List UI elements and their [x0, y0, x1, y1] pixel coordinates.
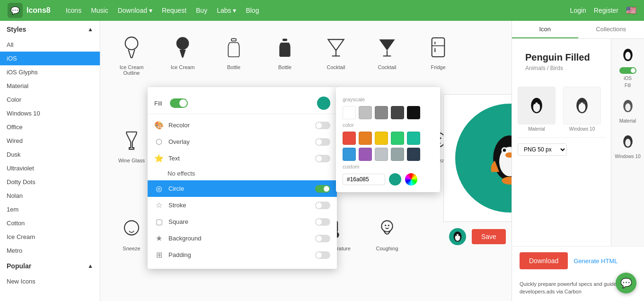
- icon-wine-glass-glyph: [117, 126, 146, 155]
- effect-recolor[interactable]: 🎨 Recolor: [148, 117, 337, 133]
- square-toggle[interactable]: [315, 218, 330, 226]
- sidebar-item-ice-cream[interactable]: Ice Cream: [0, 230, 100, 244]
- style-preview-windows10[interactable]: Windows 10: [563, 87, 601, 132]
- swatch-purple[interactable]: [359, 148, 372, 161]
- nav-blog[interactable]: Blog: [246, 7, 259, 14]
- nav-labs[interactable]: Labs ▾: [217, 7, 236, 14]
- nav-download[interactable]: Download ▾: [118, 7, 152, 14]
- logo[interactable]: 💬 Icons8: [8, 3, 51, 18]
- icon-cell-coughing[interactable]: Coughing: [363, 210, 411, 293]
- effect-text[interactable]: ⭐ Text: [148, 150, 337, 167]
- no-effects-item[interactable]: No effects: [148, 167, 337, 180]
- sidebar-item-ultraviolet[interactable]: Ultraviolet: [0, 161, 100, 175]
- svg-point-59: [533, 102, 535, 104]
- current-color-dot[interactable]: [389, 173, 401, 186]
- ios-style-preview: [618, 44, 638, 65]
- circle-toggle[interactable]: [315, 185, 330, 193]
- icon-preview-area: [443, 94, 512, 222]
- recolor-toggle[interactable]: [315, 122, 330, 129]
- fill-color-circle[interactable]: [317, 97, 330, 110]
- chat-bubble[interactable]: 💬: [616, 273, 636, 293]
- style-material[interactable]: Material: [616, 94, 640, 125]
- fill-label: Fill: [154, 100, 162, 107]
- effect-circle[interactable]: ◎ Circle: [148, 180, 337, 197]
- icon-label-cocktail2: Cocktail: [378, 64, 396, 70]
- header: 💬 Icons8 Icons Music Download ▾ Request …: [0, 0, 644, 21]
- hex-input[interactable]: [343, 174, 385, 185]
- icon-title: Penguin Filled: [525, 52, 598, 63]
- sidebar-item-metro[interactable]: Metro: [0, 244, 100, 257]
- effect-overlay[interactable]: ⬡ Overlay: [148, 133, 337, 150]
- nav-buy[interactable]: Buy: [196, 7, 207, 14]
- sidebar-item-ios[interactable]: iOS: [0, 52, 100, 65]
- background-toggle[interactable]: [315, 235, 330, 242]
- sidebar-item-cotton[interactable]: Cotton: [0, 216, 100, 230]
- tab-icon[interactable]: Icon: [512, 21, 578, 38]
- stroke-toggle[interactable]: [315, 202, 330, 209]
- style-windows10[interactable]: Windows 10: [613, 129, 642, 161]
- generate-html-button[interactable]: Generate HTML: [573, 257, 618, 265]
- effect-background[interactable]: ★ Background: [148, 230, 337, 247]
- material-preview-box: [518, 87, 556, 124]
- swatch-navy[interactable]: [407, 148, 420, 161]
- swatch-black[interactable]: [407, 106, 420, 119]
- sidebar-item-nolan[interactable]: Nolan: [0, 189, 100, 203]
- swatch-green[interactable]: [391, 132, 404, 145]
- color-picker-icon[interactable]: [405, 173, 417, 186]
- preview-penguin-svg: [484, 127, 512, 189]
- swatch-teal[interactable]: [407, 132, 420, 145]
- nav-request[interactable]: Request: [162, 7, 186, 14]
- style-ios[interactable]: iOS Fill: [616, 43, 640, 90]
- effect-stroke[interactable]: ☆ Stroke: [148, 197, 337, 213]
- material-style-label: Material: [619, 118, 636, 124]
- ios-fill-toggle[interactable]: [619, 67, 636, 74]
- sidebar-item-windows10[interactable]: Windows 10: [0, 106, 100, 120]
- overlay-toggle[interactable]: [315, 138, 330, 146]
- sidebar-item-ios-glyphs[interactable]: iOS Glyphs: [0, 65, 100, 79]
- icon-cocktail1-glyph: [322, 33, 350, 62]
- tab-collections[interactable]: Collections: [578, 21, 644, 38]
- nav-icons[interactable]: Icons: [66, 7, 81, 14]
- sidebar-item-color[interactable]: Color: [0, 93, 100, 106]
- no-effects-label: No effects: [168, 170, 195, 177]
- sidebar-item-office[interactable]: Office: [0, 120, 100, 134]
- svg-point-68: [625, 103, 630, 111]
- swatch-silver[interactable]: [375, 148, 388, 161]
- format-select[interactable]: PNG 50 px SVG PNG 100 px: [518, 143, 567, 156]
- download-button[interactable]: Download: [520, 252, 568, 269]
- text-toggle[interactable]: [315, 155, 330, 162]
- sidebar-item-new-icons[interactable]: New Icons: [0, 274, 100, 288]
- svg-rect-10: [432, 38, 445, 57]
- nav-music[interactable]: Music: [91, 7, 108, 14]
- swatch-orange[interactable]: [359, 132, 372, 145]
- swatch-white[interactable]: [343, 106, 356, 119]
- effect-circle-label: Circle: [168, 185, 184, 192]
- effects-popup: Fill 🎨 Recolor ⬡ Overlay ⭐ Text: [148, 87, 337, 269]
- swatch-gray[interactable]: [375, 106, 388, 119]
- effect-square[interactable]: ▢ Square: [148, 213, 337, 230]
- login-link[interactable]: Login: [570, 7, 586, 14]
- color-row2: [343, 148, 433, 161]
- sidebar-item-1em[interactable]: 1em: [0, 203, 100, 216]
- flag-icon[interactable]: 🇺🇸: [626, 5, 636, 16]
- sidebar-item-all[interactable]: All: [0, 38, 100, 52]
- sidebar-item-wired[interactable]: Wired: [0, 134, 100, 148]
- save-button[interactable]: Save: [472, 229, 506, 244]
- effect-padding[interactable]: ⊞ Padding: [148, 247, 337, 263]
- icon-label-cocktail1: Cocktail: [326, 64, 345, 70]
- fill-toggle[interactable]: [170, 98, 188, 108]
- padding-toggle[interactable]: [315, 251, 330, 259]
- swatch-blue[interactable]: [343, 148, 356, 161]
- sidebar-item-dusk[interactable]: Dusk: [0, 148, 100, 161]
- material-style-preview: [618, 96, 638, 116]
- swatch-medgray[interactable]: [391, 148, 404, 161]
- icon-ice-cream-outline-glyph: [117, 33, 146, 62]
- swatch-red[interactable]: [343, 132, 356, 145]
- style-preview-material[interactable]: Material: [518, 87, 556, 132]
- swatch-lightgray[interactable]: [359, 106, 372, 119]
- swatch-darkgray[interactable]: [391, 106, 404, 119]
- sidebar-item-dotty[interactable]: Dotty Dots: [0, 175, 100, 189]
- sidebar-item-material[interactable]: Material: [0, 79, 100, 93]
- swatch-yellow[interactable]: [375, 132, 388, 145]
- register-link[interactable]: Register: [594, 7, 618, 14]
